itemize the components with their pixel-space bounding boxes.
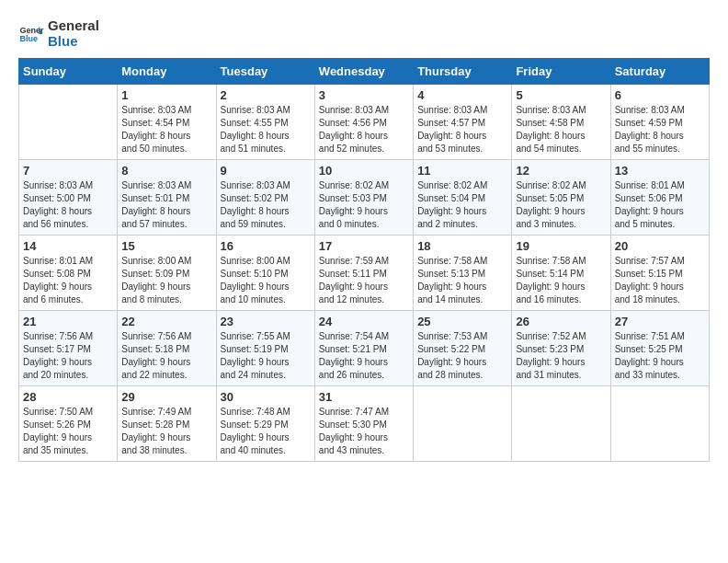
day-number: 26 xyxy=(516,315,606,328)
calendar-cell: 23Sunrise: 7:55 AM Sunset: 5:19 PM Dayli… xyxy=(216,311,314,386)
day-number: 7 xyxy=(23,164,113,178)
calendar-cell: 12Sunrise: 8:02 AM Sunset: 5:05 PM Dayli… xyxy=(512,160,610,236)
day-number: 25 xyxy=(417,315,507,328)
calendar-cell: 30Sunrise: 7:48 AM Sunset: 5:29 PM Dayli… xyxy=(216,386,314,462)
day-info: Sunrise: 7:55 AM Sunset: 5:19 PM Dayligh… xyxy=(221,330,311,382)
day-number: 31 xyxy=(319,390,409,404)
day-info: Sunrise: 8:03 AM Sunset: 4:55 PM Dayligh… xyxy=(221,104,311,155)
calendar-week-3: 14Sunrise: 8:01 AM Sunset: 5:08 PM Dayli… xyxy=(19,236,710,311)
day-number: 13 xyxy=(615,164,705,178)
day-info: Sunrise: 7:50 AM Sunset: 5:26 PM Dayligh… xyxy=(23,406,113,457)
day-info: Sunrise: 8:03 AM Sunset: 5:00 PM Dayligh… xyxy=(23,179,113,231)
day-info: Sunrise: 8:02 AM Sunset: 5:05 PM Dayligh… xyxy=(516,179,606,231)
day-number: 29 xyxy=(121,390,211,404)
calendar-cell: 28Sunrise: 7:50 AM Sunset: 5:26 PM Dayli… xyxy=(19,386,118,462)
day-number: 27 xyxy=(615,315,705,328)
day-info: Sunrise: 7:48 AM Sunset: 5:29 PM Dayligh… xyxy=(221,406,311,457)
logo-blue: Blue xyxy=(48,34,99,50)
day-number: 9 xyxy=(221,164,311,178)
day-info: Sunrise: 8:02 AM Sunset: 5:04 PM Dayligh… xyxy=(417,179,507,231)
day-info: Sunrise: 8:01 AM Sunset: 5:08 PM Dayligh… xyxy=(23,255,113,306)
day-number: 3 xyxy=(319,88,409,102)
day-info: Sunrise: 8:03 AM Sunset: 4:57 PM Dayligh… xyxy=(417,104,507,155)
day-number: 20 xyxy=(615,239,705,253)
day-number: 2 xyxy=(221,88,311,102)
weekday-header-monday: Monday xyxy=(118,59,216,85)
day-number: 30 xyxy=(221,390,311,404)
calendar-cell: 5Sunrise: 8:03 AM Sunset: 4:58 PM Daylig… xyxy=(512,85,610,160)
day-number: 6 xyxy=(615,88,705,102)
day-info: Sunrise: 8:03 AM Sunset: 4:54 PM Dayligh… xyxy=(121,104,211,155)
calendar-cell xyxy=(19,85,118,160)
calendar-cell: 2Sunrise: 8:03 AM Sunset: 4:55 PM Daylig… xyxy=(216,85,314,160)
weekday-header-row: SundayMondayTuesdayWednesdayThursdayFrid… xyxy=(19,59,710,85)
calendar-cell: 22Sunrise: 7:56 AM Sunset: 5:18 PM Dayli… xyxy=(118,311,216,386)
logo-icon: General Blue xyxy=(18,21,44,47)
calendar-cell: 26Sunrise: 7:52 AM Sunset: 5:23 PM Dayli… xyxy=(512,311,610,386)
day-info: Sunrise: 7:58 AM Sunset: 5:13 PM Dayligh… xyxy=(417,255,507,306)
calendar-cell: 13Sunrise: 8:01 AM Sunset: 5:06 PM Dayli… xyxy=(610,160,709,236)
weekday-header-thursday: Thursday xyxy=(414,59,512,85)
day-number: 23 xyxy=(221,315,311,328)
calendar-cell: 18Sunrise: 7:58 AM Sunset: 5:13 PM Dayli… xyxy=(414,236,512,311)
calendar-cell: 3Sunrise: 8:03 AM Sunset: 4:56 PM Daylig… xyxy=(314,85,413,160)
weekday-header-sunday: Sunday xyxy=(19,59,118,85)
day-number: 14 xyxy=(23,239,113,253)
day-info: Sunrise: 7:47 AM Sunset: 5:30 PM Dayligh… xyxy=(319,406,409,457)
day-info: Sunrise: 8:03 AM Sunset: 4:56 PM Dayligh… xyxy=(319,104,409,155)
day-info: Sunrise: 8:03 AM Sunset: 5:01 PM Dayligh… xyxy=(121,179,211,231)
day-number: 21 xyxy=(23,315,113,328)
calendar-cell: 11Sunrise: 8:02 AM Sunset: 5:04 PM Dayli… xyxy=(414,160,512,236)
calendar-cell: 7Sunrise: 8:03 AM Sunset: 5:00 PM Daylig… xyxy=(19,160,118,236)
calendar-week-1: 1Sunrise: 8:03 AM Sunset: 4:54 PM Daylig… xyxy=(19,85,710,160)
calendar-cell: 14Sunrise: 8:01 AM Sunset: 5:08 PM Dayli… xyxy=(19,236,118,311)
calendar-cell: 4Sunrise: 8:03 AM Sunset: 4:57 PM Daylig… xyxy=(414,85,512,160)
day-info: Sunrise: 7:49 AM Sunset: 5:28 PM Dayligh… xyxy=(121,406,211,457)
day-number: 12 xyxy=(516,164,606,178)
day-info: Sunrise: 7:56 AM Sunset: 5:18 PM Dayligh… xyxy=(121,330,211,382)
calendar-cell: 29Sunrise: 7:49 AM Sunset: 5:28 PM Dayli… xyxy=(118,386,216,462)
day-info: Sunrise: 7:57 AM Sunset: 5:15 PM Dayligh… xyxy=(615,255,705,306)
day-number: 16 xyxy=(221,239,311,253)
day-info: Sunrise: 8:03 AM Sunset: 4:58 PM Dayligh… xyxy=(516,104,606,155)
calendar-cell xyxy=(610,386,709,462)
calendar-cell: 27Sunrise: 7:51 AM Sunset: 5:25 PM Dayli… xyxy=(610,311,709,386)
day-info: Sunrise: 8:00 AM Sunset: 5:09 PM Dayligh… xyxy=(121,255,211,306)
calendar-cell: 1Sunrise: 8:03 AM Sunset: 4:54 PM Daylig… xyxy=(118,85,216,160)
day-number: 18 xyxy=(417,239,507,253)
day-info: Sunrise: 8:00 AM Sunset: 5:10 PM Dayligh… xyxy=(221,255,311,306)
calendar-week-5: 28Sunrise: 7:50 AM Sunset: 5:26 PM Dayli… xyxy=(19,386,710,462)
calendar-cell: 24Sunrise: 7:54 AM Sunset: 5:21 PM Dayli… xyxy=(314,311,413,386)
day-number: 24 xyxy=(319,315,409,328)
day-info: Sunrise: 7:51 AM Sunset: 5:25 PM Dayligh… xyxy=(615,330,705,382)
day-info: Sunrise: 8:03 AM Sunset: 5:02 PM Dayligh… xyxy=(221,179,311,231)
day-info: Sunrise: 7:52 AM Sunset: 5:23 PM Dayligh… xyxy=(516,330,606,382)
day-info: Sunrise: 7:56 AM Sunset: 5:17 PM Dayligh… xyxy=(23,330,113,382)
day-info: Sunrise: 7:59 AM Sunset: 5:11 PM Dayligh… xyxy=(319,255,409,306)
calendar-cell: 9Sunrise: 8:03 AM Sunset: 5:02 PM Daylig… xyxy=(216,160,314,236)
logo: General Blue General Blue xyxy=(18,18,99,49)
calendar-table: SundayMondayTuesdayWednesdayThursdayFrid… xyxy=(18,58,710,462)
day-info: Sunrise: 7:58 AM Sunset: 5:14 PM Dayligh… xyxy=(516,255,606,306)
weekday-header-friday: Friday xyxy=(512,59,610,85)
calendar-cell xyxy=(414,386,512,462)
weekday-header-tuesday: Tuesday xyxy=(216,59,314,85)
calendar-cell: 19Sunrise: 7:58 AM Sunset: 5:14 PM Dayli… xyxy=(512,236,610,311)
calendar-week-2: 7Sunrise: 8:03 AM Sunset: 5:00 PM Daylig… xyxy=(19,160,710,236)
calendar-cell: 8Sunrise: 8:03 AM Sunset: 5:01 PM Daylig… xyxy=(118,160,216,236)
day-number: 5 xyxy=(516,88,606,102)
day-number: 1 xyxy=(121,88,211,102)
day-info: Sunrise: 8:02 AM Sunset: 5:03 PM Dayligh… xyxy=(319,179,409,231)
calendar-cell: 6Sunrise: 8:03 AM Sunset: 4:59 PM Daylig… xyxy=(610,85,709,160)
day-info: Sunrise: 8:03 AM Sunset: 4:59 PM Dayligh… xyxy=(615,104,705,155)
day-info: Sunrise: 7:54 AM Sunset: 5:21 PM Dayligh… xyxy=(319,330,409,382)
day-number: 4 xyxy=(417,88,507,102)
day-number: 22 xyxy=(121,315,211,328)
day-number: 19 xyxy=(516,239,606,253)
day-number: 10 xyxy=(319,164,409,178)
day-number: 11 xyxy=(417,164,507,178)
day-number: 17 xyxy=(319,239,409,253)
calendar-cell: 20Sunrise: 7:57 AM Sunset: 5:15 PM Dayli… xyxy=(610,236,709,311)
calendar-cell: 15Sunrise: 8:00 AM Sunset: 5:09 PM Dayli… xyxy=(118,236,216,311)
day-number: 15 xyxy=(121,239,211,253)
